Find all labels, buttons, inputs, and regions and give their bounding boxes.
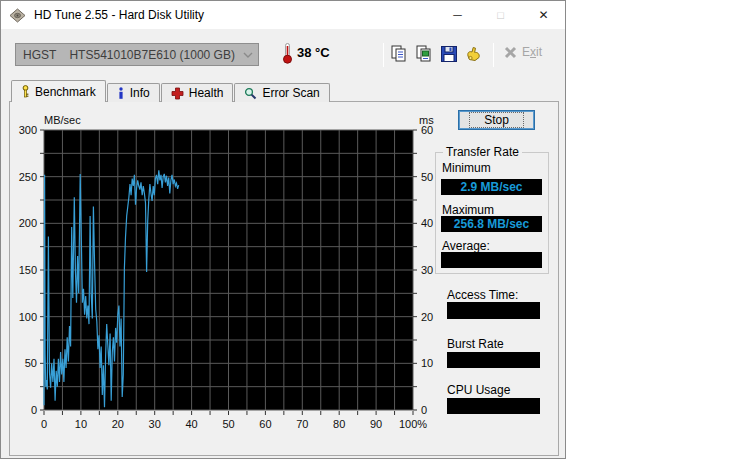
axis-tick-label: 100 [10, 310, 37, 324]
axis-tick-label: 30 [149, 417, 161, 431]
toolbar-separator [383, 43, 384, 67]
axis-tick-label: 40 [185, 417, 197, 431]
axis-tick-label: 80 [333, 417, 345, 431]
axis-tick-label: 0 [421, 403, 427, 417]
exit-label: Exit [522, 45, 542, 59]
tab-label: Health [189, 86, 224, 100]
minimum-label: Minimum [442, 161, 491, 175]
transfer-rate-group: Transfer Rate Minimum 2.9 MB/sec Maximum… [435, 152, 549, 274]
maximum-label: Maximum [442, 203, 494, 217]
chart-area: MB/sec ms 050100150200250300010203040506… [10, 102, 440, 442]
cpu-usage-value [447, 398, 540, 414]
axis-tick-label: 50 [222, 417, 234, 431]
copy-image-icon[interactable] [415, 45, 433, 63]
toolbar: HGST HTS541010B7E610 (1000 GB) 38 °C [1, 29, 565, 79]
axis-tick-label: 90 [370, 417, 382, 431]
maximum-value: 256.8 MB/sec [441, 216, 542, 232]
stop-button[interactable]: Stop [458, 110, 535, 130]
axis-tick-label: 150 [10, 263, 37, 277]
axis-tick-label: 0 [41, 417, 47, 431]
access-time-label: Access Time: [447, 288, 518, 302]
axis-tick-label: 10 [421, 356, 433, 370]
hand-icon[interactable] [465, 45, 483, 63]
hard-disk-app-icon [9, 7, 26, 24]
axis-tick-label: 0 [10, 403, 37, 417]
axis-tick-label: 60 [421, 123, 433, 137]
tab-info[interactable]: Info [107, 83, 160, 102]
burst-rate-label: Burst Rate [447, 337, 504, 351]
benchmark-page: MB/sec ms 050100150200250300010203040506… [9, 101, 559, 456]
tab-label: Error Scan [262, 86, 319, 100]
save-icon[interactable] [440, 45, 458, 63]
cpu-usage-label: CPU Usage [447, 383, 510, 397]
average-value [441, 252, 542, 268]
close-button[interactable]: ✕ [522, 1, 565, 29]
axis-tick-label: 200 [10, 216, 37, 230]
minimum-value: 2.9 MB/sec [441, 179, 542, 195]
thermometer-icon [281, 42, 294, 64]
drive-select-dropdown[interactable]: HGST HTS541010B7E610 (1000 GB) [15, 43, 259, 66]
transfer-rate-title: Transfer Rate [443, 145, 522, 159]
axis-tick-label: 70 [296, 417, 308, 431]
minimize-button[interactable]: ─ [436, 1, 479, 29]
tab-strip: Benchmark Info Health Error Scan [11, 80, 331, 102]
tab-label: Info [130, 86, 150, 100]
health-cross-icon [171, 87, 184, 100]
temperature-value: 38 °C [297, 45, 330, 60]
axis-tick-label: 300 [10, 123, 37, 137]
tab-benchmark[interactable]: Benchmark [11, 80, 106, 102]
axis-tick-label: 50 [421, 170, 433, 184]
axis-tick-label: 50 [10, 356, 37, 370]
axis-tick-label: 100% [399, 417, 427, 431]
axis-tick-label: 10 [75, 417, 87, 431]
exit-icon [504, 46, 517, 59]
info-icon [117, 87, 125, 99]
tab-label: Benchmark [35, 85, 96, 99]
title-bar: HD Tune 2.55 - Hard Disk Utility ─ □ ✕ [1, 1, 565, 29]
y-left-unit-label: MB/sec [44, 114, 81, 126]
axis-tick-label: 250 [10, 170, 37, 184]
chevron-down-icon [238, 52, 258, 58]
axis-tick-label: 20 [421, 310, 433, 324]
benchmark-plot [40, 126, 417, 418]
drive-select-value: HGST HTS541010B7E610 (1000 GB) [16, 48, 238, 62]
magnifier-icon [244, 87, 257, 100]
axis-tick-label: 30 [421, 263, 433, 277]
toolbar-separator [493, 43, 494, 67]
stop-button-label: Stop [469, 112, 524, 128]
tab-error-scan[interactable]: Error Scan [234, 83, 329, 102]
exit-button: Exit [504, 45, 542, 59]
app-window: HD Tune 2.55 - Hard Disk Utility ─ □ ✕ H… [0, 0, 566, 459]
maximize-button: □ [479, 1, 522, 29]
axis-tick-label: 60 [259, 417, 271, 431]
benchmark-key-icon [21, 85, 30, 98]
axis-tick-label: 20 [112, 417, 124, 431]
window-controls: ─ □ ✕ [436, 1, 565, 29]
access-time-value [447, 302, 540, 319]
tab-health[interactable]: Health [161, 83, 234, 102]
average-label: Average: [442, 239, 490, 253]
axis-tick-label: 40 [421, 216, 433, 230]
copy-icon[interactable] [390, 45, 408, 63]
window-title: HD Tune 2.55 - Hard Disk Utility [34, 8, 204, 22]
burst-rate-value [447, 352, 540, 368]
